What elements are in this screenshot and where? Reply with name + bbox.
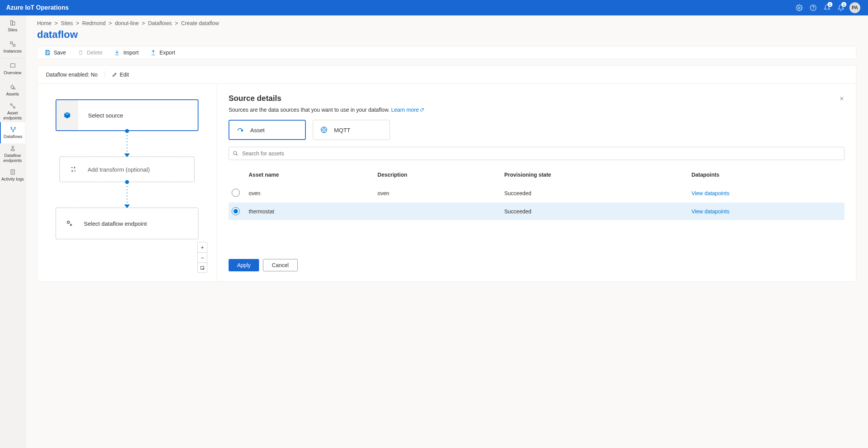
settings-icon[interactable] — [792, 1, 806, 15]
radio-button[interactable] — [232, 207, 240, 215]
save-button[interactable]: Save — [44, 49, 66, 56]
dataflows-icon — [10, 126, 17, 133]
details-description: Sources are the data sources that you wa… — [229, 107, 844, 113]
col-datapoints[interactable]: Datapoints — [688, 168, 844, 184]
svg-point-0 — [798, 7, 800, 9]
edit-button[interactable]: Edit — [112, 72, 129, 78]
page-title: dataflow — [37, 29, 856, 41]
svg-rect-18 — [46, 53, 48, 55]
breadcrumb-link[interactable]: Redmond — [82, 20, 106, 26]
sidebar-item-instances[interactable]: Instances — [0, 37, 25, 58]
external-link-icon — [420, 107, 424, 112]
sidebar-item-dataflows[interactable]: Dataflows — [0, 122, 25, 143]
svg-point-14 — [12, 146, 14, 148]
select-endpoint-node[interactable]: Select dataflow endpoint — [56, 208, 198, 239]
svg-point-19 — [67, 221, 70, 223]
close-icon[interactable] — [839, 96, 844, 101]
zoom-out-button[interactable]: − — [198, 252, 207, 262]
delete-button: Delete — [78, 49, 102, 56]
dataflow-endpoints-icon — [9, 145, 16, 152]
export-icon — [150, 49, 156, 56]
sidebar-item-assets[interactable]: Assets — [0, 80, 25, 101]
sidebar-item-activity-logs[interactable]: Activity logs — [0, 165, 25, 186]
badge: 1 — [841, 2, 846, 7]
breadcrumb-link[interactable]: Home — [37, 20, 51, 26]
search-box[interactable] — [229, 147, 844, 160]
search-icon — [233, 151, 238, 156]
svg-point-12 — [14, 127, 15, 128]
instances-icon — [9, 41, 16, 48]
transform-icon — [70, 166, 77, 173]
col-description[interactable]: Description — [375, 168, 501, 184]
tab-mqtt[interactable]: MQTT — [313, 120, 390, 140]
view-datapoints-link[interactable]: View datapoints — [692, 208, 730, 215]
import-button[interactable]: Import — [114, 49, 139, 56]
svg-point-24 — [323, 129, 326, 131]
learn-more-link[interactable]: Learn more — [391, 107, 424, 113]
svg-rect-5 — [10, 42, 12, 44]
apply-button[interactable]: Apply — [229, 259, 259, 271]
asset-endpoints-icon — [9, 102, 16, 109]
alerts-icon[interactable]: 1 — [834, 1, 848, 15]
svg-point-8 — [14, 88, 15, 89]
svg-point-25 — [234, 152, 237, 155]
cube-icon — [56, 100, 78, 130]
breadcrumb-link[interactable]: Dataflows — [148, 20, 171, 26]
main-content: Home> Sites> Redmond> donut-line> Datafl… — [25, 15, 868, 448]
building-icon — [9, 19, 16, 26]
col-asset-name[interactable]: Asset name — [246, 168, 375, 184]
sidebar-item-sites[interactable]: Sites — [0, 15, 25, 37]
source-type-tabs: Asset MQTT — [229, 120, 844, 140]
edit-icon — [112, 72, 117, 77]
dataflow-canvas: Select source Add transform (optional) S… — [37, 84, 217, 281]
view-datapoints-link[interactable]: View datapoints — [692, 190, 730, 196]
search-input[interactable] — [242, 150, 840, 157]
radio-button[interactable] — [232, 189, 240, 197]
svg-rect-15 — [11, 149, 14, 151]
svg-rect-3 — [10, 20, 12, 25]
assets-table: Asset name Description Provisioning stat… — [229, 168, 844, 220]
mqtt-icon — [320, 126, 328, 134]
toolbar: Save Delete Import Export — [37, 46, 856, 59]
svg-point-21 — [203, 268, 203, 269]
zoom-control: + − — [197, 242, 207, 273]
sidebar-item-dataflow-endpoints[interactable]: Dataflow endpoints — [0, 143, 25, 165]
svg-point-11 — [11, 127, 12, 128]
tab-asset[interactable]: Asset — [229, 120, 306, 140]
asset-icon — [236, 126, 244, 134]
breadcrumb-current: Create dataflow — [181, 20, 219, 26]
help-icon[interactable] — [806, 1, 820, 15]
svg-point-22 — [241, 130, 242, 131]
notifications-icon[interactable]: 1 — [820, 1, 834, 15]
cancel-button[interactable]: Cancel — [263, 259, 298, 271]
breadcrumb-link[interactable]: donut-line — [115, 20, 139, 26]
details-actions: Apply Cancel — [229, 247, 844, 271]
dataflow-enabled-label: Dataflow enabled: No — [46, 72, 98, 78]
overview-icon — [9, 62, 16, 69]
select-source-node[interactable]: Select source — [56, 99, 198, 131]
breadcrumb-link[interactable]: Sites — [61, 20, 73, 26]
col-provisioning-state[interactable]: Provisioning state — [501, 168, 688, 184]
svg-rect-4 — [12, 22, 15, 26]
assets-icon — [9, 83, 16, 90]
sidebar: Sites Instances Overview Assets Asset en… — [0, 15, 25, 448]
export-button[interactable]: Export — [150, 49, 175, 56]
add-transform-node[interactable]: Add transform (optional) — [59, 157, 195, 182]
save-icon — [44, 49, 51, 56]
sidebar-item-overview[interactable]: Overview — [0, 58, 25, 80]
svg-point-2 — [813, 9, 814, 9]
zoom-fit-button[interactable] — [198, 262, 207, 273]
sidebar-item-asset-endpoints[interactable]: Asset endpoints — [0, 101, 25, 122]
delete-icon — [78, 49, 84, 56]
status-row: Dataflow enabled: No Edit — [37, 66, 856, 84]
details-title: Source details — [229, 94, 281, 103]
svg-rect-6 — [13, 44, 15, 46]
avatar[interactable]: PA — [848, 1, 862, 15]
table-row[interactable]: oven oven Succeeded View datapoints — [229, 184, 844, 203]
svg-rect-7 — [10, 64, 15, 67]
svg-point-9 — [10, 104, 12, 105]
zoom-in-button[interactable]: + — [198, 242, 207, 252]
import-icon — [114, 49, 120, 56]
table-row[interactable]: thermostat Succeeded View datapoints — [229, 203, 844, 220]
badge: 1 — [827, 2, 832, 7]
